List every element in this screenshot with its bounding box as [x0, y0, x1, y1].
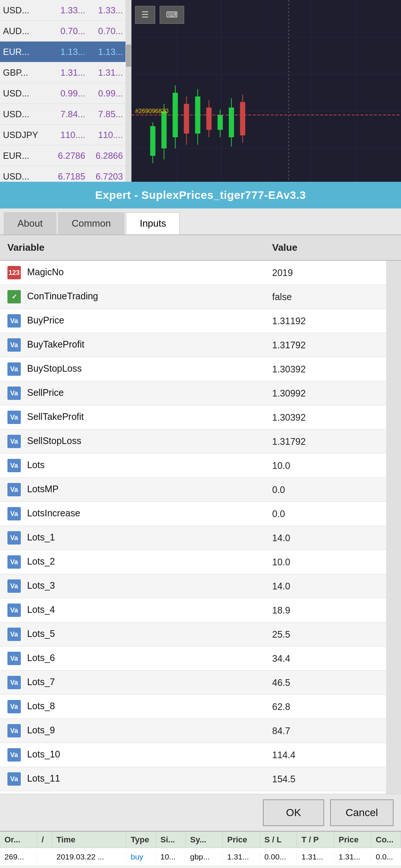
market-price2: 7.85...	[85, 109, 123, 119]
table-row[interactable]: Va Lots_8 62.8	[0, 695, 401, 719]
scroll-col	[386, 695, 401, 719]
market-symbol: USD...	[3, 88, 48, 99]
market-row: USD...0.99...0.99...	[0, 83, 126, 104]
var-name: Lots_5	[27, 628, 55, 639]
col-sl: S / L	[260, 832, 297, 848]
table-row[interactable]: Va SellPrice 1.30992	[0, 381, 401, 405]
var-icon: Va	[7, 700, 21, 713]
var-cell: Va Lots_5	[0, 622, 265, 647]
var-cell: Va SellPrice	[0, 381, 265, 405]
var-cell: Va Lots_3	[0, 574, 265, 598]
var-name: Lots_1	[27, 532, 55, 542]
scroll-col	[386, 719, 401, 743]
market-price1: 0.70...	[48, 26, 85, 36]
var-name: SellStopLoss	[27, 435, 81, 446]
orders-header: Or... / Time Type Si... Sy... Price S / …	[0, 832, 401, 848]
market-price2: 6.2866	[85, 151, 123, 161]
market-price2: 0.70...	[85, 26, 123, 36]
scroll-col	[386, 333, 401, 357]
val-cell: 10.0	[265, 454, 386, 478]
chart-scrollbar-thumb	[126, 45, 131, 67]
tab-about[interactable]: About	[4, 212, 56, 234]
var-icon: Va	[7, 362, 21, 376]
table-row[interactable]: Va SellStopLoss 1.31792	[0, 430, 401, 454]
table-row[interactable]: Va Lots_10 114.4	[0, 743, 401, 767]
scroll-col	[386, 622, 401, 647]
var-icon: Va	[7, 652, 21, 665]
col-size: Si...	[156, 832, 186, 848]
table-row[interactable]: Va Lots 10.0	[0, 454, 401, 478]
market-price2: 1.33...	[85, 5, 123, 16]
tab-inputs[interactable]: Inputs	[126, 212, 180, 234]
val-cell: 1.30392	[265, 357, 386, 381]
svg-rect-35	[240, 102, 245, 135]
table-row[interactable]: Va LotsIncrease 0.0	[0, 502, 401, 526]
var-name: Lots_10	[27, 749, 60, 759]
bottom-buttons: OK Cancel	[0, 794, 401, 831]
table-row[interactable]: Va SellTakeProfit 1.30392	[0, 405, 401, 430]
table-row[interactable]: Va Lots_4 18.9	[0, 598, 401, 622]
market-row: AUD...0.70...0.70...	[0, 21, 126, 42]
val-cell: 208.5	[265, 791, 386, 794]
tabs-bar: About Common Inputs	[0, 208, 401, 235]
market-symbol: GBP...	[3, 68, 48, 78]
val-cell: 1.31792	[265, 430, 386, 454]
scroll-col	[386, 454, 401, 478]
inputs-table-container: Variable Value 123 MagicNo 2019 ✓ ConTin…	[0, 235, 401, 794]
table-row[interactable]: Va Lots_9 84.7	[0, 719, 401, 743]
market-price2: 1.13...	[85, 47, 123, 57]
svg-rect-11	[150, 126, 155, 156]
col-time: Time	[52, 832, 126, 848]
inputs-table-wrapper[interactable]: Variable Value 123 MagicNo 2019 ✓ ConTin…	[0, 235, 401, 794]
svg-rect-32	[229, 108, 234, 137]
market-price1: 6.7185	[48, 171, 85, 182]
table-row[interactable]: Va LotsMP 0.0	[0, 478, 401, 502]
var-icon: Va	[7, 314, 21, 328]
var-cell: 123 MagicNo	[0, 260, 265, 285]
val-cell: 1.30392	[265, 405, 386, 430]
val-cell: 46.5	[265, 671, 386, 695]
table-row[interactable]: Va BuyPrice 1.31192	[0, 309, 401, 333]
ok-button[interactable]: OK	[263, 799, 324, 826]
val-cell: 62.8	[265, 695, 386, 719]
var-name: MagicNo	[27, 267, 64, 277]
table-row[interactable]: Va Lots_5 25.5	[0, 622, 401, 647]
inputs-table: Variable Value 123 MagicNo 2019 ✓ ConTin…	[0, 235, 401, 794]
market-symbol: USD...	[3, 171, 48, 182]
table-row[interactable]: Va Lots_7 46.5	[0, 671, 401, 695]
table-row[interactable]: Va Lots_11 154.5	[0, 767, 401, 791]
table-row[interactable]: ✓ ConTinueTrading false	[0, 285, 401, 309]
chart-scrollbar[interactable]	[125, 0, 131, 182]
var-name: BuyStopLoss	[27, 363, 82, 374]
table-row[interactable]: Va Lots_3 14.0	[0, 574, 401, 598]
table-row[interactable]: Va Lots_2 10.0	[0, 550, 401, 574]
scroll-col	[386, 767, 401, 791]
var-icon: Va	[7, 411, 21, 424]
hamburger-menu-button[interactable]: ☰	[135, 6, 155, 24]
col-slash: /	[37, 832, 52, 848]
market-symbol: EUR...	[3, 47, 48, 57]
var-name: Lots_2	[27, 556, 55, 566]
var-icon: Va	[7, 435, 21, 448]
var-cell: Va SellStopLoss	[0, 430, 265, 454]
table-row[interactable]: Va BuyTakeProfit 1.31792	[0, 333, 401, 357]
table-row[interactable]: Va Lots_1 14.0	[0, 526, 401, 550]
table-row[interactable]: Va Lots_6 34.4	[0, 647, 401, 671]
var-cell: Va SellTakeProfit	[0, 405, 265, 430]
col-price1: Price	[223, 832, 260, 848]
table-row[interactable]: Va BuyStopLoss 1.30392	[0, 357, 401, 381]
cancel-button[interactable]: Cancel	[330, 799, 394, 826]
var-icon: Va	[7, 338, 21, 352]
market-row: GBP...1.31...1.31...	[0, 62, 126, 83]
table-row[interactable]: Va Lots_12 208.5	[0, 791, 401, 794]
var-cell: Va Lots_7	[0, 671, 265, 695]
keyboard-button[interactable]: ⌨	[160, 6, 184, 24]
market-price1: 1.33...	[48, 5, 85, 16]
svg-rect-29	[218, 115, 223, 130]
table-row[interactable]: 123 MagicNo 2019	[0, 260, 401, 285]
market-row: USD...6.71856.7203	[0, 166, 126, 182]
tab-common[interactable]: Common	[58, 212, 124, 234]
val-cell: 84.7	[265, 719, 386, 743]
order-size: 10...	[156, 852, 186, 861]
val-cell: 10.0	[265, 550, 386, 574]
